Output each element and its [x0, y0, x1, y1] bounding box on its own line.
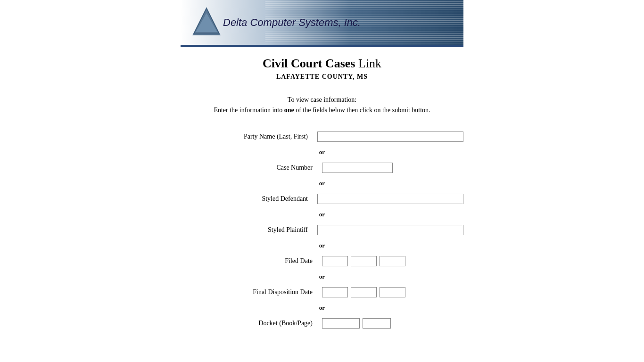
or-separator-5: or: [181, 270, 463, 283]
case-number-label: Case Number: [181, 164, 322, 172]
filed-date-day-input[interactable]: [351, 256, 377, 266]
final-disposition-year-input[interactable]: [380, 287, 405, 297]
instructions-area: To view case information: Enter the info…: [0, 95, 644, 116]
final-disposition-date-input-area: [322, 287, 463, 297]
filed-date-group: [322, 256, 463, 266]
styled-defendant-input[interactable]: [317, 194, 463, 204]
instructions-line1: To view case information:: [0, 95, 644, 105]
instructions-line2: Enter the information into one of the fi…: [0, 105, 644, 115]
final-disposition-month-input[interactable]: [322, 287, 348, 297]
styled-plaintiff-input[interactable]: [317, 225, 463, 235]
or-separator-6: or: [181, 301, 463, 314]
instructions-bold: one: [284, 107, 294, 114]
page-main-title: Civil Court Cases Link: [0, 57, 644, 71]
header-blue-bar: [181, 45, 463, 47]
header-container: Delta Computer Systems, Inc.: [181, 0, 463, 47]
instructions-suffix: of the fields below then click on the su…: [294, 107, 430, 114]
styled-plaintiff-row: Styled Plaintiff: [181, 221, 463, 239]
final-disposition-day-input[interactable]: [351, 287, 377, 297]
case-number-input[interactable]: [322, 163, 393, 173]
docket-group: [322, 318, 463, 329]
styled-plaintiff-input-area: [317, 225, 463, 235]
filed-date-year-input[interactable]: [380, 256, 405, 266]
or-separator-1: or: [181, 146, 463, 159]
docket-row: Docket (Book/Page): [181, 314, 463, 332]
docket-book-input[interactable]: [322, 318, 360, 329]
party-name-row: Party Name (Last, First): [181, 128, 463, 146]
page-title-area: Civil Court Cases Link: [0, 57, 644, 71]
styled-defendant-row: Styled Defendant: [181, 190, 463, 208]
party-name-label: Party Name (Last, First): [181, 133, 317, 140]
final-disposition-date-row: Final Disposition Date: [181, 283, 463, 301]
filed-date-input-area: [322, 256, 463, 266]
styled-plaintiff-label: Styled Plaintiff: [181, 226, 317, 234]
page-subtitle: LAFAYETTE COUNTY, MS: [0, 73, 644, 81]
styled-defendant-input-area: [317, 194, 463, 204]
party-name-input[interactable]: [317, 132, 463, 142]
title-bold-part: Civil Court Cases: [263, 57, 355, 70]
company-name-text: Delta Computer Systems, Inc.: [223, 16, 361, 29]
title-normal-part: Link: [355, 57, 381, 70]
filed-date-month-input[interactable]: [322, 256, 348, 266]
docket-page-input[interactable]: [363, 318, 391, 329]
case-number-row: Case Number: [181, 159, 463, 177]
party-name-input-area: [317, 132, 463, 142]
filed-date-label: Filed Date: [181, 257, 322, 265]
company-logo-icon: [190, 5, 223, 40]
or-separator-2: or: [181, 177, 463, 190]
header-banner: Delta Computer Systems, Inc.: [181, 0, 463, 45]
styled-defendant-label: Styled Defendant: [181, 195, 317, 203]
docket-label: Docket (Book/Page): [181, 320, 322, 327]
final-disposition-date-label: Final Disposition Date: [181, 288, 322, 296]
instructions-prefix: Enter the information into: [214, 107, 284, 114]
filed-date-row: Filed Date: [181, 252, 463, 270]
header-logo-area: Delta Computer Systems, Inc.: [181, 5, 361, 40]
final-disposition-date-group: [322, 287, 463, 297]
or-separator-4: or: [181, 239, 463, 252]
search-form: Party Name (Last, First) or Case Number …: [181, 128, 463, 332]
docket-input-area: [322, 318, 463, 329]
case-number-input-area: [322, 163, 463, 173]
or-separator-3: or: [181, 208, 463, 221]
